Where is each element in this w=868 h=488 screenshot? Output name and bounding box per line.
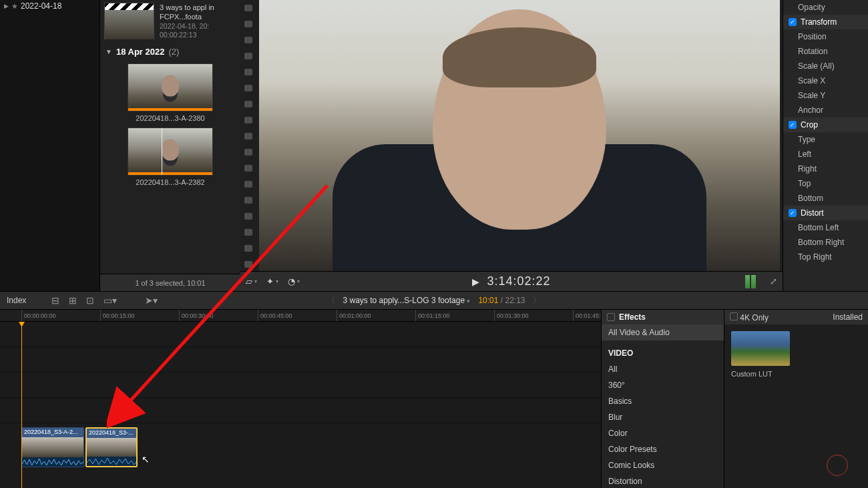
- effect-label: Custom LUT: [731, 370, 861, 378]
- effects-category[interactable]: 360°: [602, 377, 724, 393]
- effects-category[interactable]: All: [602, 361, 724, 377]
- select-tool-icon[interactable]: ➤▾: [145, 295, 158, 306]
- timeline-ruler[interactable]: 00:00:00:00 00:00:15:00 00:00:30:00 00:0…: [0, 310, 601, 322]
- clip-list[interactable]: 3 ways to appl in FCPX...foota 2022-04-1…: [100, 0, 240, 291]
- project-title: 3 ways to appl in FCPX...foota: [160, 3, 236, 22]
- play-button[interactable]: ▶: [472, 276, 480, 287]
- effect-item[interactable]: Custom LUT: [724, 324, 868, 385]
- checkbox-icon[interactable]: [607, 313, 615, 321]
- overwrite-clip-icon[interactable]: ▭▾: [103, 295, 117, 306]
- video-frame: [259, 0, 780, 271]
- ruler-tick: 00:01:15:00: [415, 310, 450, 321]
- inspector-param[interactable]: Rotation: [783, 44, 868, 59]
- ruler-tick: 00:01:00:00: [337, 310, 371, 321]
- browser-clip[interactable]: 20220418...3-A-2380: [100, 61, 240, 125]
- project-title-dropdown[interactable]: 3 ways to apply...S-LOG 3 footage ▾: [343, 296, 471, 305]
- event-header-date: 18 Apr 2022: [116, 47, 165, 57]
- transform-tool-icon[interactable]: ▱▾: [246, 276, 257, 286]
- installed-label[interactable]: Installed: [833, 312, 863, 322]
- ruler-tick: 00:00:00:00: [21, 310, 56, 321]
- effects-category[interactable]: Color Presets: [602, 441, 724, 457]
- event-date[interactable]: 2022-04-18: [21, 1, 61, 11]
- inspector-param[interactable]: Anchor: [783, 103, 868, 117]
- ruler-tick: 00:00:30:00: [179, 310, 214, 321]
- inspector-param[interactable]: Scale (All): [783, 59, 868, 73]
- inspector-param[interactable]: Position: [783, 29, 868, 44]
- viewer-toolbar: ▱▾ ✦▾ ◔▾ ▶ 3:14:02:22 ⤢: [240, 271, 783, 291]
- inspector-param[interactable]: Bottom Left: [783, 220, 868, 235]
- viewer-timecode: 3:14:02:22: [487, 274, 550, 288]
- inspector-param[interactable]: Scale X: [783, 73, 868, 88]
- effects-category[interactable]: Color: [602, 425, 724, 441]
- checkbox-icon[interactable]: [730, 312, 738, 320]
- project-item[interactable]: 3 ways to appl in FCPX...foota 2022-04-1…: [100, 0, 240, 43]
- effects-browser[interactable]: Effects All Video & Audio VIDEO All 360°…: [601, 310, 724, 488]
- index-button[interactable]: Index: [7, 296, 26, 305]
- timeline-clip-selected[interactable]: 20220418_S3-...: [85, 427, 138, 467]
- inspector-param-opacity[interactable]: Opacity: [783, 0, 868, 15]
- effects-section-header: VIDEO: [602, 340, 724, 361]
- ruler-tick: 00:01:30:00: [494, 310, 529, 321]
- clip-label: 20220418...3-A-2380: [107, 114, 234, 122]
- timeline-toolbar: Index ⊟ ⊞ ⊡ ▭▾ ➤▾ 〈 3 ways to apply...S-…: [0, 291, 868, 310]
- connect-clip-icon[interactable]: ⊟: [51, 295, 59, 306]
- nav-back-icon[interactable]: 〈: [327, 295, 335, 306]
- mouse-cursor-icon: ↖: [142, 454, 150, 465]
- audio-meter: [745, 275, 756, 288]
- timeline-total-time: 22:13: [505, 296, 525, 305]
- enhance-tool-icon[interactable]: ✦▾: [266, 276, 278, 286]
- effects-category[interactable]: All Video & Audio: [602, 324, 724, 340]
- effect-thumbnail: [731, 331, 790, 366]
- inspector-param[interactable]: Top: [783, 176, 868, 191]
- effects-category[interactable]: Basics: [602, 393, 724, 409]
- viewer[interactable]: ▱▾ ✦▾ ◔▾ ▶ 3:14:02:22 ⤢: [240, 0, 783, 291]
- browser-clip[interactable]: 20220418...3-A-2382: [100, 125, 240, 189]
- timeline[interactable]: 00:00:00:00 00:00:15:00 00:00:30:00 00:0…: [0, 310, 601, 488]
- append-clip-icon[interactable]: ⊡: [86, 295, 94, 306]
- project-thumbnail: [104, 3, 154, 39]
- project-date: 2022-04-18, 20:: [160, 22, 236, 31]
- clip-label: 20220418...3-A-2382: [107, 178, 234, 186]
- inspector-section-transform[interactable]: ✓Transform: [783, 15, 868, 29]
- effects-header: Effects: [619, 312, 646, 322]
- checkbox-icon[interactable]: ✓: [789, 121, 797, 129]
- effects-category[interactable]: Distortion: [602, 473, 724, 488]
- disclosure-icon[interactable]: ▼: [105, 48, 112, 55]
- ruler-tick: 00:00:15:00: [100, 310, 135, 321]
- filter-4k-label[interactable]: 4K Only: [740, 313, 769, 322]
- filmstrip-perforation: [240, 0, 256, 271]
- ruler-tick: 00:00:45:00: [258, 310, 292, 321]
- retime-tool-icon[interactable]: ◔▾: [288, 276, 300, 286]
- effects-category[interactable]: Blur: [602, 409, 724, 425]
- inspector-param[interactable]: Right: [783, 162, 868, 176]
- event-header[interactable]: ▼ 18 Apr 2022 (2): [100, 43, 240, 61]
- timeline-playhead[interactable]: [21, 322, 22, 488]
- checkbox-icon[interactable]: ✓: [789, 18, 797, 26]
- timeline-clip[interactable]: 20220418_S3-A-2...: [21, 427, 84, 467]
- inspector-param[interactable]: Scale Y: [783, 88, 868, 103]
- clip-title: 20220418_S3-...: [87, 429, 136, 438]
- inspector-panel[interactable]: Opacity ✓Transform Position Rotation Sca…: [783, 0, 868, 291]
- browser-status: 1 of 3 selected, 10:01: [100, 274, 240, 291]
- clip-title: 20220418_S3-A-2...: [22, 428, 83, 437]
- checkbox-icon[interactable]: ✓: [789, 209, 797, 217]
- project-duration: 00:00:22:13: [160, 31, 236, 40]
- insert-clip-icon[interactable]: ⊞: [69, 295, 77, 306]
- nav-forward-icon[interactable]: 〉: [533, 295, 541, 306]
- inspector-section-crop[interactable]: ✓Crop: [783, 117, 868, 132]
- inspector-param[interactable]: Left: [783, 147, 868, 162]
- timeline-current-time: 10:01: [478, 296, 498, 305]
- inspector-param[interactable]: Type: [783, 132, 868, 147]
- effects-category[interactable]: Comic Looks: [602, 457, 724, 473]
- fullscreen-icon[interactable]: ⤢: [770, 276, 777, 286]
- record-indicator-icon: [827, 455, 848, 476]
- star-icon: ★: [11, 2, 18, 11]
- event-clip-count: (2): [168, 47, 179, 57]
- inspector-param[interactable]: Bottom Right: [783, 235, 868, 250]
- event-browser[interactable]: ▶ ★ 2022-04-18: [0, 0, 100, 291]
- inspector-section-distort[interactable]: ✓Distort: [783, 206, 868, 220]
- inspector-param[interactable]: Bottom: [783, 191, 868, 206]
- inspector-param[interactable]: Top Right: [783, 250, 868, 264]
- disclosure-icon[interactable]: ▶: [4, 3, 9, 9]
